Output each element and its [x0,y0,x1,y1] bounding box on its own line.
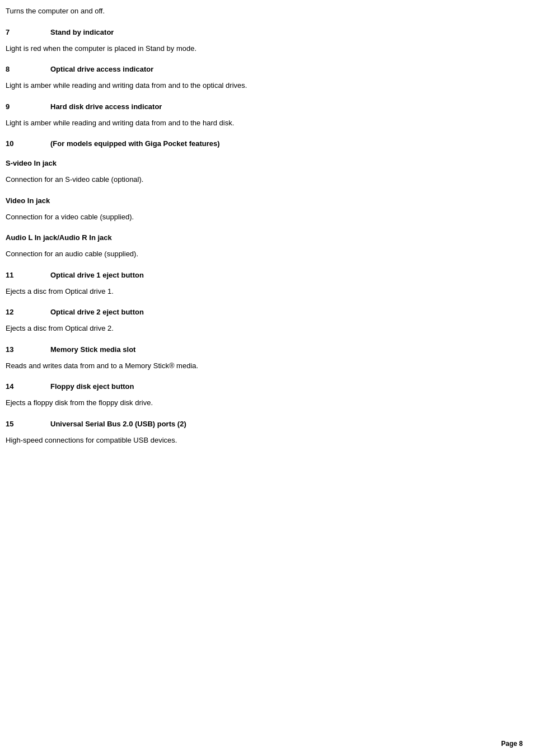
section-desc-8: Light is amber while reading and writing… [6,80,517,91]
section-number-8: 8 [6,65,50,73]
section-number-12: 12 [6,308,50,316]
section-desc-13: Reads and writes data from and to a Memo… [6,360,517,372]
section-title-11: Optical drive 1 eject button [50,271,144,279]
section-8: 8Optical drive access indicatorLight is … [6,65,517,91]
intro-text: Turns the computer on and off. [6,6,517,17]
section-15: 15Universal Serial Bus 2.0 (USB) ports (… [6,420,517,446]
section-header-10: 10(For models equipped with Giga Pocket … [6,139,517,148]
section-header-13: 13Memory Stick media slot [6,345,517,354]
subsection-desc-10-1: Connection for a video cable (supplied). [6,212,517,223]
section-header-8: 8Optical drive access indicator [6,65,517,73]
section-header-9: 9Hard disk drive access indicator [6,102,517,111]
subsection-title-10-2: Audio L In jack/Audio R In jack [6,233,517,242]
section-title-7: Stand by indicator [50,28,114,36]
section-header-12: 12Optical drive 2 eject button [6,308,517,316]
section-number-10: 10 [6,139,50,148]
section-number-11: 11 [6,271,50,279]
section-title-10: (For models equipped with Giga Pocket fe… [50,139,220,148]
section-title-15: Universal Serial Bus 2.0 (USB) ports (2) [50,420,186,428]
page-number: Page 8 [501,740,523,748]
subsection-10-1: Video In jackConnection for a video cabl… [6,196,517,223]
section-desc-12: Ejects a disc from Optical drive 2. [6,323,517,334]
section-title-8: Optical drive access indicator [50,65,153,73]
section-number-15: 15 [6,420,50,428]
section-header-15: 15Universal Serial Bus 2.0 (USB) ports (… [6,420,517,428]
section-desc-14: Ejects a floppy disk from the floppy dis… [6,397,517,408]
section-9: 9Hard disk drive access indicatorLight i… [6,102,517,129]
subsection-title-10-0: S-video In jack [6,159,517,167]
section-11: 11Optical drive 1 eject buttonEjects a d… [6,271,517,297]
section-14: 14Floppy disk eject buttonEjects a flopp… [6,382,517,408]
section-10: 10(For models equipped with Giga Pocket … [6,139,517,260]
subsection-10-2: Audio L In jack/Audio R In jackConnectio… [6,233,517,260]
section-7: 7Stand by indicatorLight is red when the… [6,28,517,54]
section-desc-9: Light is amber while reading and writing… [6,118,517,129]
section-number-7: 7 [6,28,50,36]
section-desc-15: High-speed connections for compatible US… [6,435,517,446]
section-number-9: 9 [6,102,50,111]
section-title-13: Memory Stick media slot [50,345,135,354]
subsection-10-0: S-video In jackConnection for an S-video… [6,159,517,185]
subsection-desc-10-0: Connection for an S-video cable (optiona… [6,174,517,185]
section-desc-11: Ejects a disc from Optical drive 1. [6,286,517,297]
subsection-desc-10-2: Connection for an audio cable (supplied)… [6,248,517,260]
section-12: 12Optical drive 2 eject buttonEjects a d… [6,308,517,334]
section-number-14: 14 [6,382,50,391]
section-title-9: Hard disk drive access indicator [50,102,162,111]
section-title-12: Optical drive 2 eject button [50,308,144,316]
section-title-14: Floppy disk eject button [50,382,134,391]
section-number-13: 13 [6,345,50,354]
section-header-11: 11Optical drive 1 eject button [6,271,517,279]
subsection-title-10-1: Video In jack [6,196,517,205]
sections-container: 7Stand by indicatorLight is red when the… [6,28,517,446]
section-13: 13Memory Stick media slotReads and write… [6,345,517,372]
section-header-14: 14Floppy disk eject button [6,382,517,391]
section-header-7: 7Stand by indicator [6,28,517,36]
section-desc-7: Light is red when the computer is placed… [6,43,517,54]
